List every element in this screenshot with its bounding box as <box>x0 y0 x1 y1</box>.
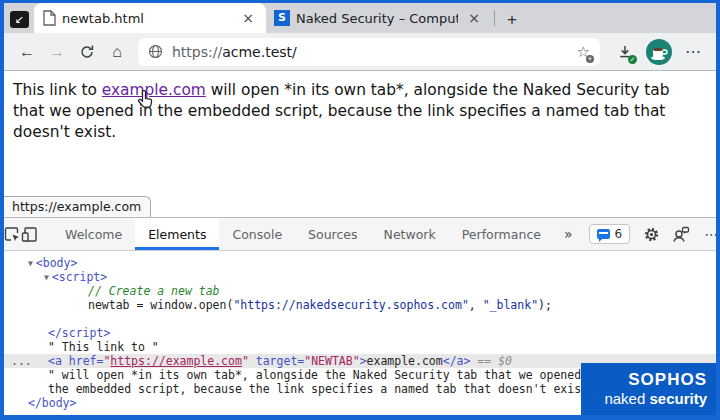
address-bar[interactable]: https://acme.test/ ☆+ <box>138 38 600 66</box>
devtools-tab-performance[interactable]: Performance <box>449 218 554 250</box>
devtools-tab-console[interactable]: Console <box>219 218 295 250</box>
tab-title: Naked Security – Computer S <box>296 11 458 26</box>
tab-strip: ↙ newtab.html × S Naked Security – Compu… <box>4 3 716 33</box>
device-toolbar-icon <box>21 226 38 243</box>
dom-tree-line[interactable]: ▼<script> <box>4 270 716 284</box>
overflow-ellipsis: ... <box>11 354 32 368</box>
url-host: acme.test/ <box>222 44 297 60</box>
inspect-icon <box>4 226 21 243</box>
issues-counter[interactable]: 6 <box>589 224 631 244</box>
profile-avatar[interactable] <box>646 39 672 65</box>
devtools-tab-welcome[interactable]: Welcome <box>52 218 135 250</box>
tab-naked-security[interactable]: S Naked Security – Computer S × <box>266 3 492 33</box>
download-done-badge: ✓ <box>628 55 637 64</box>
security-text: security <box>649 390 707 407</box>
star-plus-badge: + <box>586 55 594 63</box>
site-info-globe-icon <box>148 44 163 59</box>
dom-tree-line[interactable]: ▼<body> <box>4 256 716 270</box>
devtools-settings-button[interactable] <box>636 226 666 243</box>
add-favorite-button[interactable]: ☆+ <box>577 43 590 61</box>
devtools-toolbar: WelcomeElementsConsoleSourcesNetworkPerf… <box>4 218 716 251</box>
reload-icon <box>79 44 95 60</box>
devtools-tab-network[interactable]: Network <box>371 218 449 250</box>
tab-actions-button[interactable]: ↙ <box>4 5 34 33</box>
tab-actions-icon: ↙ <box>10 11 29 28</box>
back-button[interactable]: ← <box>12 37 42 67</box>
url-scheme: https:// <box>172 44 222 60</box>
page-viewport: This link to example.com will open *in i… <box>4 71 716 217</box>
devtools-tab-sources[interactable]: Sources <box>295 218 370 250</box>
forward-button[interactable]: → <box>42 37 72 67</box>
dom-tree-line[interactable]: // Create a new tab <box>4 284 716 298</box>
sophos-logo: SOPHOS naked security <box>581 363 716 415</box>
devtools-tab-elements[interactable]: Elements <box>135 218 219 250</box>
home-button[interactable]: ⌂ <box>102 37 132 67</box>
sophos-favicon: S <box>274 10 290 26</box>
reload-button[interactable] <box>72 37 102 67</box>
new-tab-button[interactable]: + <box>499 10 525 30</box>
browser-window: ↙ newtab.html × S Naked Security – Compu… <box>0 0 720 420</box>
gear-icon <box>643 226 660 243</box>
tab-close-icon[interactable]: × <box>238 10 258 26</box>
issues-count: 6 <box>615 227 623 241</box>
feedback-person-icon <box>672 226 690 243</box>
status-url-tooltip: https://example.com <box>4 196 151 217</box>
page-icon <box>42 10 56 26</box>
dom-tree-line[interactable]: </script> <box>4 326 716 340</box>
dom-tree-line[interactable]: " This link to " <box>4 340 716 354</box>
more-tabs-chevron[interactable]: » <box>554 226 583 242</box>
devtools-panel: WelcomeElementsConsoleSourcesNetworkPerf… <box>4 217 716 415</box>
devtools-tab-bar: WelcomeElementsConsoleSourcesNetworkPerf… <box>52 218 554 250</box>
feedback-button[interactable] <box>666 226 696 243</box>
downloads-button[interactable]: ✓ <box>610 37 640 67</box>
tab-title: newtab.html <box>62 11 232 26</box>
page-text: This link to <box>13 81 102 99</box>
naked-text: naked <box>604 390 649 407</box>
dom-tree-line[interactable]: newtab = window.open("https://nakedsecur… <box>4 298 716 312</box>
tab-close-icon[interactable]: × <box>464 10 484 26</box>
dom-tree-line[interactable] <box>4 312 716 326</box>
hand-cursor-icon <box>134 90 154 112</box>
tab-separator <box>494 10 495 26</box>
naked-security-text: naked security <box>581 389 707 408</box>
navigation-bar: ← → ⌂ https://acme.test/ ☆+ ✓ ⋯ <box>4 33 716 71</box>
inspect-element-button[interactable] <box>4 218 21 250</box>
device-toolbar-button[interactable] <box>21 218 38 250</box>
devtools-toolbar-right: » 6 ⋯ × <box>554 218 716 250</box>
sophos-brand-text: SOPHOS <box>581 370 707 389</box>
tab-newtab[interactable]: newtab.html × <box>34 3 266 33</box>
page-paragraph: This link to example.com will open *in i… <box>4 71 710 143</box>
browser-menu-button[interactable]: ⋯ <box>678 37 708 67</box>
devtools-menu-button[interactable]: ⋯ <box>696 227 716 242</box>
issues-bubble-icon <box>597 229 610 239</box>
